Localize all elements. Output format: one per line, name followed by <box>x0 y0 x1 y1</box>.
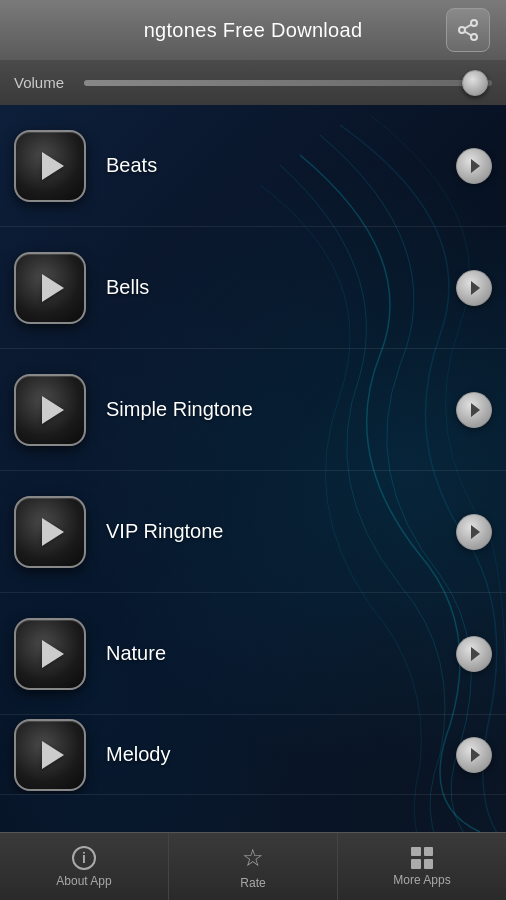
nav-more-apps[interactable]: More Apps <box>338 833 506 900</box>
play-button-vip[interactable] <box>14 496 86 568</box>
ringtone-list: Beats Bells Simple Ringtone <box>0 105 506 795</box>
nav-about-label: About App <box>56 874 111 888</box>
nav-rate[interactable]: ☆ Rate <box>169 833 338 900</box>
ringtone-title: Beats <box>86 154 456 177</box>
play-icon <box>42 274 64 302</box>
bottom-navigation: i About App ☆ Rate More Apps <box>0 832 506 900</box>
volume-bar: Volume <box>0 60 506 105</box>
volume-slider[interactable] <box>84 80 492 86</box>
volume-label: Volume <box>14 74 74 91</box>
play-button-bells[interactable] <box>14 252 86 324</box>
play-button-nature[interactable] <box>14 618 86 690</box>
list-item[interactable]: VIP Ringtone <box>0 471 506 593</box>
grid-icon <box>411 847 433 869</box>
nav-rate-label: Rate <box>240 876 265 890</box>
chevron-right-icon <box>471 748 480 762</box>
app-header: ngtones Free Download <box>0 0 506 60</box>
svg-point-1 <box>459 27 465 33</box>
info-icon: i <box>72 846 96 870</box>
chevron-button-beats[interactable] <box>456 148 492 184</box>
list-item[interactable]: Bells <box>0 227 506 349</box>
play-icon <box>42 741 64 769</box>
app-title: ngtones Free Download <box>60 19 446 42</box>
list-item[interactable]: Melody <box>0 715 506 795</box>
play-icon <box>42 152 64 180</box>
ringtone-title: Nature <box>86 642 456 665</box>
play-button-melody[interactable] <box>14 719 86 791</box>
chevron-right-icon <box>471 647 480 661</box>
play-icon <box>42 396 64 424</box>
ringtone-title: Melody <box>86 743 456 766</box>
chevron-button-vip[interactable] <box>456 514 492 550</box>
list-item[interactable]: Nature <box>0 593 506 715</box>
share-button[interactable] <box>446 8 490 52</box>
chevron-right-icon <box>471 281 480 295</box>
list-item[interactable]: Beats <box>0 105 506 227</box>
play-icon <box>42 640 64 668</box>
share-icon <box>456 18 480 42</box>
chevron-button-nature[interactable] <box>456 636 492 672</box>
ringtone-title: VIP Ringtone <box>86 520 456 543</box>
star-icon: ☆ <box>242 844 264 872</box>
svg-line-4 <box>465 25 472 29</box>
play-icon <box>42 518 64 546</box>
nav-about[interactable]: i About App <box>0 833 169 900</box>
play-button-beats[interactable] <box>14 130 86 202</box>
ringtone-list-area: Beats Bells Simple Ringtone <box>0 105 506 832</box>
ringtone-title: Bells <box>86 276 456 299</box>
chevron-button-bells[interactable] <box>456 270 492 306</box>
volume-thumb[interactable] <box>462 70 488 96</box>
svg-point-0 <box>471 20 477 26</box>
chevron-right-icon <box>471 525 480 539</box>
play-button-simple[interactable] <box>14 374 86 446</box>
ringtone-title: Simple Ringtone <box>86 398 456 421</box>
chevron-button-simple[interactable] <box>456 392 492 428</box>
list-item[interactable]: Simple Ringtone <box>0 349 506 471</box>
nav-more-label: More Apps <box>393 873 450 887</box>
svg-point-2 <box>471 34 477 40</box>
chevron-right-icon <box>471 403 480 417</box>
chevron-right-icon <box>471 159 480 173</box>
svg-line-3 <box>465 32 472 36</box>
chevron-button-melody[interactable] <box>456 737 492 773</box>
